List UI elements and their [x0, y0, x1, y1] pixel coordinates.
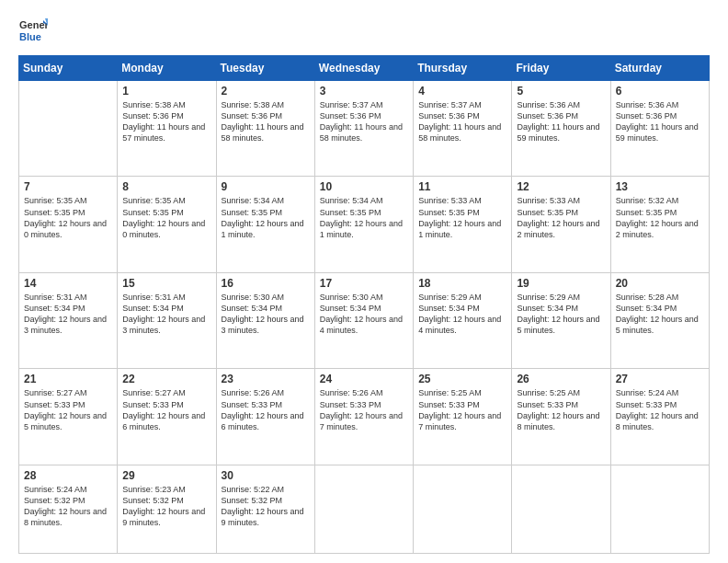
cell-details: Sunrise: 5:37 AM Sunset: 5:36 PM Dayligh… [418, 99, 507, 144]
day-number: 10 [320, 180, 409, 193]
sunrise-text: Sunrise: 5:34 AM [320, 195, 409, 206]
daylight-text: Daylight: 12 hours and 1 minute. [320, 218, 409, 240]
sunrise-text: Sunrise: 5:26 AM [320, 387, 409, 398]
sunrise-text: Sunrise: 5:23 AM [122, 484, 211, 495]
sunrise-text: Sunrise: 5:27 AM [24, 387, 113, 398]
daylight-text: Daylight: 12 hours and 2 minutes. [616, 218, 705, 240]
page: General Blue SundayMondayTuesdayWednesda… [0, 0, 728, 563]
daylight-text: Daylight: 11 hours and 59 minutes. [616, 121, 705, 144]
calendar-cell: 14 Sunrise: 5:31 AM Sunset: 5:34 PM Dayl… [19, 272, 118, 368]
day-number: 15 [122, 277, 211, 290]
weekday-header: Sunday [19, 56, 118, 81]
sunrise-text: Sunrise: 5:35 AM [122, 195, 211, 206]
cell-details: Sunrise: 5:31 AM Sunset: 5:34 PM Dayligh… [24, 292, 113, 337]
sunrise-text: Sunrise: 5:38 AM [122, 99, 211, 110]
weekday-header: Wednesday [314, 56, 413, 81]
cell-details: Sunrise: 5:30 AM Sunset: 5:34 PM Dayligh… [320, 292, 409, 337]
calendar-cell: 29 Sunrise: 5:23 AM Sunset: 5:32 PM Dayl… [118, 465, 216, 553]
sunrise-text: Sunrise: 5:34 AM [222, 195, 311, 206]
sunrise-text: Sunrise: 5:36 AM [616, 99, 705, 110]
daylight-text: Daylight: 12 hours and 1 minute. [418, 218, 507, 240]
sunrise-text: Sunrise: 5:38 AM [222, 99, 311, 110]
cell-details: Sunrise: 5:37 AM Sunset: 5:36 PM Dayligh… [320, 99, 409, 144]
daylight-text: Daylight: 12 hours and 6 minutes. [222, 410, 311, 432]
calendar-cell [414, 465, 512, 553]
sunrise-text: Sunrise: 5:33 AM [517, 195, 606, 206]
cell-details: Sunrise: 5:23 AM Sunset: 5:32 PM Dayligh… [122, 484, 211, 529]
sunrise-text: Sunrise: 5:25 AM [517, 387, 606, 398]
sunset-text: Sunset: 5:33 PM [222, 399, 311, 410]
calendar-cell: 22 Sunrise: 5:27 AM Sunset: 5:33 PM Dayl… [118, 369, 216, 465]
sunset-text: Sunset: 5:35 PM [24, 207, 113, 218]
day-number: 27 [616, 373, 705, 385]
day-number: 24 [320, 373, 409, 385]
calendar-cell: 19 Sunrise: 5:29 AM Sunset: 5:34 PM Dayl… [512, 272, 610, 368]
daylight-text: Daylight: 12 hours and 9 minutes. [222, 506, 311, 528]
calendar-cell: 18 Sunrise: 5:29 AM Sunset: 5:34 PM Dayl… [414, 272, 512, 368]
cell-details: Sunrise: 5:24 AM Sunset: 5:32 PM Dayligh… [24, 484, 113, 529]
day-number: 29 [122, 469, 211, 482]
cell-details: Sunrise: 5:27 AM Sunset: 5:33 PM Dayligh… [24, 387, 113, 432]
calendar-week-row: 7 Sunrise: 5:35 AM Sunset: 5:35 PM Dayli… [19, 177, 710, 272]
daylight-text: Daylight: 12 hours and 3 minutes. [122, 314, 211, 336]
weekday-header: Thursday [414, 56, 512, 81]
sunset-text: Sunset: 5:34 PM [222, 303, 311, 314]
sunrise-text: Sunrise: 5:26 AM [222, 387, 311, 398]
day-number: 1 [122, 85, 211, 98]
calendar-cell: 20 Sunrise: 5:28 AM Sunset: 5:34 PM Dayl… [610, 272, 709, 368]
calendar-cell: 26 Sunrise: 5:25 AM Sunset: 5:33 PM Dayl… [512, 369, 610, 465]
weekday-header: Friday [512, 56, 610, 81]
daylight-text: Daylight: 11 hours and 58 minutes. [320, 121, 409, 144]
calendar-week-row: 1 Sunrise: 5:38 AM Sunset: 5:36 PM Dayli… [19, 81, 710, 177]
cell-details: Sunrise: 5:32 AM Sunset: 5:35 PM Dayligh… [616, 195, 705, 240]
calendar-cell [512, 465, 610, 553]
sunset-text: Sunset: 5:35 PM [222, 207, 311, 218]
sunset-text: Sunset: 5:36 PM [517, 110, 606, 121]
calendar-cell: 6 Sunrise: 5:36 AM Sunset: 5:36 PM Dayli… [610, 81, 709, 177]
day-number: 6 [616, 85, 705, 98]
sunset-text: Sunset: 5:33 PM [320, 399, 409, 410]
day-number: 11 [418, 180, 507, 193]
sunset-text: Sunset: 5:35 PM [320, 207, 409, 218]
daylight-text: Daylight: 12 hours and 7 minutes. [418, 410, 507, 432]
sunset-text: Sunset: 5:33 PM [517, 399, 606, 410]
sunset-text: Sunset: 5:35 PM [418, 207, 507, 218]
calendar-cell: 17 Sunrise: 5:30 AM Sunset: 5:34 PM Dayl… [314, 272, 413, 368]
cell-details: Sunrise: 5:31 AM Sunset: 5:34 PM Dayligh… [122, 292, 211, 337]
sunrise-text: Sunrise: 5:29 AM [418, 292, 507, 303]
sunrise-text: Sunrise: 5:22 AM [222, 484, 311, 495]
calendar-cell: 3 Sunrise: 5:37 AM Sunset: 5:36 PM Dayli… [314, 81, 413, 177]
sunset-text: Sunset: 5:36 PM [418, 110, 507, 121]
header: General Blue [18, 17, 710, 46]
day-number: 2 [222, 85, 311, 98]
calendar-cell: 2 Sunrise: 5:38 AM Sunset: 5:36 PM Dayli… [216, 81, 314, 177]
logo: General Blue [18, 17, 48, 46]
daylight-text: Daylight: 12 hours and 3 minutes. [24, 314, 113, 336]
sunset-text: Sunset: 5:34 PM [24, 303, 113, 314]
sunset-text: Sunset: 5:34 PM [616, 303, 705, 314]
cell-details: Sunrise: 5:33 AM Sunset: 5:35 PM Dayligh… [517, 195, 606, 240]
calendar-cell: 7 Sunrise: 5:35 AM Sunset: 5:35 PM Dayli… [19, 177, 118, 272]
daylight-text: Daylight: 12 hours and 8 minutes. [517, 410, 606, 432]
sunrise-text: Sunrise: 5:24 AM [24, 484, 113, 495]
cell-details: Sunrise: 5:35 AM Sunset: 5:35 PM Dayligh… [24, 195, 113, 240]
daylight-text: Daylight: 12 hours and 3 minutes. [222, 314, 311, 336]
day-number: 7 [24, 180, 113, 193]
daylight-text: Daylight: 12 hours and 5 minutes. [517, 314, 606, 336]
daylight-text: Daylight: 12 hours and 5 minutes. [24, 410, 113, 432]
sunset-text: Sunset: 5:36 PM [320, 110, 409, 121]
daylight-text: Daylight: 11 hours and 59 minutes. [517, 121, 606, 144]
sunset-text: Sunset: 5:33 PM [24, 399, 113, 410]
calendar-cell: 8 Sunrise: 5:35 AM Sunset: 5:35 PM Dayli… [118, 177, 216, 272]
cell-details: Sunrise: 5:26 AM Sunset: 5:33 PM Dayligh… [222, 387, 311, 432]
day-number: 9 [222, 180, 311, 193]
daylight-text: Daylight: 12 hours and 4 minutes. [320, 314, 409, 336]
daylight-text: Daylight: 12 hours and 2 minutes. [517, 218, 606, 240]
sunset-text: Sunset: 5:36 PM [222, 110, 311, 121]
sunset-text: Sunset: 5:34 PM [418, 303, 507, 314]
sunrise-text: Sunrise: 5:30 AM [320, 292, 409, 303]
daylight-text: Daylight: 12 hours and 9 minutes. [122, 506, 211, 528]
day-number: 5 [517, 85, 606, 98]
calendar-cell: 12 Sunrise: 5:33 AM Sunset: 5:35 PM Dayl… [512, 177, 610, 272]
cell-details: Sunrise: 5:26 AM Sunset: 5:33 PM Dayligh… [320, 387, 409, 432]
